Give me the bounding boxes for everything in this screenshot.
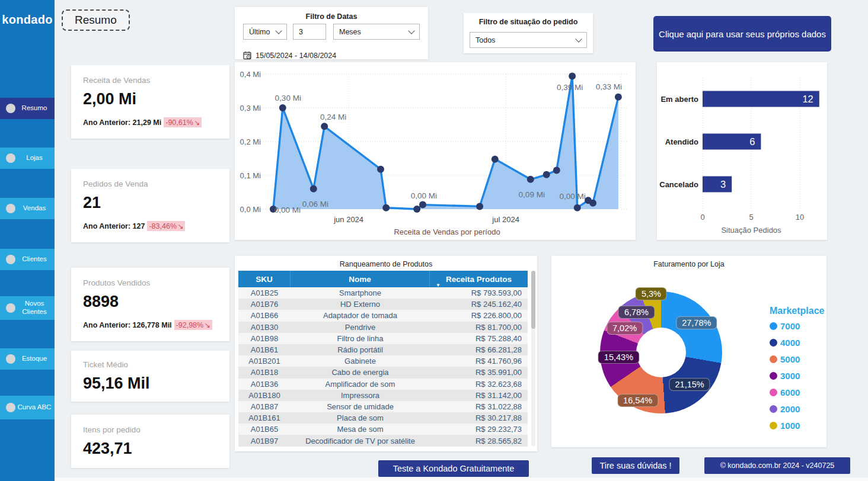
data-point[interactable] bbox=[279, 104, 286, 111]
table-row[interactable]: A01B61Rádio portátilR$ 66.281,28 bbox=[238, 344, 528, 355]
table-row[interactable]: A01B66Adaptador de tomadaR$ 226.800,00 bbox=[238, 310, 528, 321]
table-row[interactable]: A01B180ImpressoraR$ 31.142,00 bbox=[238, 390, 528, 401]
legend-item-6000[interactable]: 6000 bbox=[770, 387, 825, 397]
nome-cell: Mesa de som bbox=[291, 425, 430, 434]
sidebar-item-resumo[interactable]: Resumo bbox=[0, 98, 55, 119]
own-data-button[interactable]: Clique aqui para usar seus próprios dado… bbox=[653, 16, 831, 52]
sidebar-item-vendas[interactable]: Vendas bbox=[0, 198, 55, 219]
data-point[interactable] bbox=[382, 204, 390, 211]
table-row[interactable]: A01B161Placa de somR$ 30.217,88 bbox=[238, 412, 528, 424]
sidebar-item-lojas[interactable]: Lojas bbox=[0, 147, 55, 169]
kpi-value: 8898 bbox=[83, 293, 229, 311]
sidebar-item-clientes[interactable]: Clientes bbox=[0, 249, 55, 270]
svg-text:10: 10 bbox=[796, 213, 804, 222]
nome-cell: Decodificador de TV por satélite bbox=[291, 437, 430, 445]
legend-item-5000[interactable]: 5000 bbox=[770, 354, 825, 364]
sku-cell: A01B18 bbox=[238, 368, 291, 377]
data-point[interactable] bbox=[310, 185, 317, 193]
table-row[interactable]: A01B201GabineteR$ 41.760,96 bbox=[238, 355, 528, 367]
data-point[interactable] bbox=[543, 171, 550, 178]
data-point[interactable] bbox=[476, 203, 483, 210]
data-point[interactable] bbox=[419, 201, 426, 209]
kpi-previous-year: Ano Anterior: 126,778 Mil -92,98%↘ bbox=[83, 320, 229, 330]
kpi-label: Receita de Vendas bbox=[83, 65, 229, 85]
svg-text:0,39 Mi: 0,39 Mi bbox=[557, 83, 583, 92]
svg-text:5: 5 bbox=[749, 213, 753, 222]
date-filter-title: Filtro de Datas bbox=[235, 12, 428, 21]
table-row[interactable]: A01B18Cabo de energiaR$ 35.991,00 bbox=[238, 367, 528, 378]
svg-text:0,09 Mi: 0,09 Mi bbox=[519, 190, 545, 199]
table-row[interactable]: A01B98Filtro de linhaR$ 75.288,40 bbox=[238, 333, 528, 344]
legend-item-1000[interactable]: 1000 bbox=[770, 421, 825, 431]
nav-bullet-icon bbox=[6, 104, 15, 113]
table-row[interactable]: A01B25SmartphoneR$ 793.593,00 bbox=[238, 287, 528, 299]
pie-slice-label: 6,78% bbox=[618, 306, 655, 319]
bar-chart[interactable]: 0510Em aberto12Atendido6Cancelado3Situaç… bbox=[657, 62, 827, 240]
sidebar-item-novos-clientes[interactable]: Novos Clientes bbox=[0, 296, 55, 320]
svg-text:0,1 Mi: 0,1 Mi bbox=[240, 171, 261, 180]
data-point[interactable] bbox=[589, 200, 596, 207]
table-row[interactable]: A01B65Mesa de somR$ 29.232,73 bbox=[238, 424, 528, 435]
help-button[interactable]: Tire suas dúvidas ! bbox=[592, 457, 679, 474]
data-point[interactable] bbox=[321, 123, 328, 130]
kpi-label: Pedidos de Venda bbox=[83, 169, 229, 188]
bar-Em aberto[interactable] bbox=[703, 91, 819, 107]
nav-bullet-icon bbox=[6, 204, 15, 213]
data-point[interactable] bbox=[377, 166, 384, 173]
date-range: 15/05/2024 - 14/08/2024 bbox=[243, 51, 336, 60]
kpi-value: 423,71 bbox=[83, 440, 229, 458]
sku-cell: A01B65 bbox=[238, 425, 291, 434]
legend-item-4000[interactable]: 4000 bbox=[770, 338, 825, 348]
table-body: A01B25SmartphoneR$ 793.593,00A01B76HD Ex… bbox=[238, 287, 528, 447]
kpi-value: 21 bbox=[83, 194, 229, 212]
svg-text:Em aberto: Em aberto bbox=[660, 95, 698, 104]
table-row[interactable]: A01B87Sensor de umidadeR$ 31.022,88 bbox=[238, 401, 528, 412]
sku-cell: A01B36 bbox=[238, 380, 291, 389]
data-point[interactable] bbox=[569, 72, 576, 79]
nome-cell: Amplificador de som bbox=[291, 380, 430, 389]
svg-text:0: 0 bbox=[700, 213, 704, 222]
table-row[interactable]: A01B36Amplificador de somR$ 32.623,68 bbox=[238, 379, 528, 390]
store-revenue-donut-card: Faturamento por Loja 27,78%21,15%16,54%1… bbox=[551, 256, 826, 447]
nav-bullet-icon bbox=[6, 153, 15, 163]
pie-slice-label: 7,02% bbox=[607, 322, 643, 335]
bar-Cancelado[interactable] bbox=[703, 177, 732, 193]
period-select[interactable]: Último bbox=[243, 24, 287, 40]
legend-item-2000[interactable]: 2000 bbox=[770, 404, 825, 414]
data-point[interactable] bbox=[553, 166, 560, 174]
data-point[interactable] bbox=[615, 94, 622, 101]
data-point[interactable] bbox=[527, 176, 534, 183]
data-point[interactable] bbox=[574, 204, 581, 211]
status-select[interactable]: Todos bbox=[470, 32, 587, 48]
pie-slice-label: 5,3% bbox=[636, 287, 667, 300]
unit-select[interactable]: Meses bbox=[333, 24, 420, 40]
svg-text:0,33 Mi: 0,33 Mi bbox=[596, 82, 622, 91]
data-point[interactable] bbox=[413, 206, 420, 213]
scrollbar-thumb[interactable] bbox=[531, 271, 535, 329]
column-header-nome[interactable]: Nome bbox=[291, 271, 430, 287]
trial-button[interactable]: Teste a Kondado Gratuitamente bbox=[378, 460, 529, 477]
sidebar-item-estoque[interactable]: Estoque bbox=[0, 348, 55, 370]
kpi-delta-badge: -90,61%↘ bbox=[164, 117, 202, 127]
legend-item-3000[interactable]: 3000 bbox=[770, 371, 825, 381]
donut-hole bbox=[636, 328, 686, 377]
nav-bullet-icon bbox=[6, 403, 15, 412]
receita-cell: R$ 35.991,00 bbox=[430, 368, 528, 377]
table-scrollbar[interactable] bbox=[531, 271, 535, 446]
pie-slice-label: 15,43% bbox=[598, 351, 639, 364]
svg-text:0,4 Mi: 0,4 Mi bbox=[240, 70, 261, 79]
svg-text:0,3 Mi: 0,3 Mi bbox=[240, 104, 261, 113]
sidebar-item-label: Estoque bbox=[15, 355, 55, 363]
data-point[interactable] bbox=[492, 156, 499, 163]
legend-dot-icon bbox=[770, 322, 777, 330]
date-count-input[interactable] bbox=[293, 24, 326, 40]
table-row[interactable]: A01B97Decodificador de TV por satéliteR$… bbox=[238, 435, 528, 446]
column-header-receita[interactable]: Receita Produtos ▼ bbox=[430, 271, 528, 287]
table-row[interactable]: A01B76HD ExternoR$ 245.162,40 bbox=[238, 299, 528, 310]
legend-item-7000[interactable]: 7000 bbox=[770, 321, 825, 331]
line-chart[interactable]: 0,0 Mi0,1 Mi0,2 Mi0,3 Mi0,4 Mijun 2024ju… bbox=[235, 62, 636, 240]
column-header-sku[interactable]: SKU bbox=[238, 271, 291, 287]
sidebar-item-curva-abc[interactable]: Curva ABC bbox=[0, 396, 55, 419]
sidebar-item-label: Clientes bbox=[15, 255, 55, 264]
table-row[interactable]: A01B30PendriveR$ 81.700,00 bbox=[238, 322, 528, 333]
